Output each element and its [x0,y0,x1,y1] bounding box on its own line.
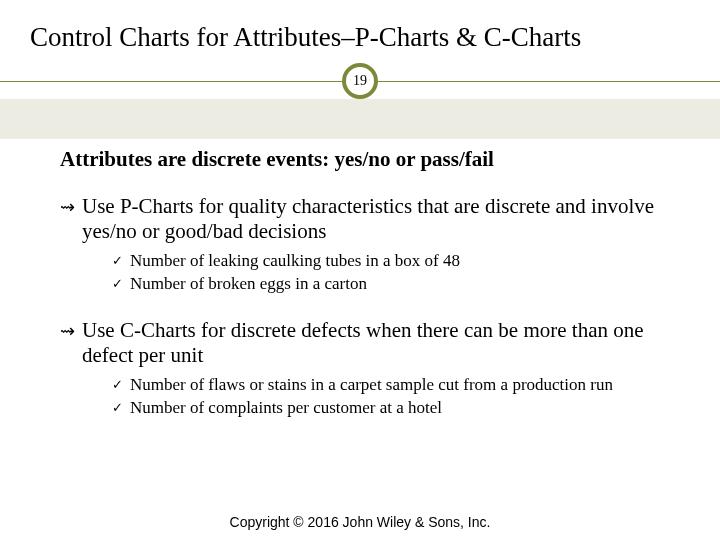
point-text: Use P-Charts for quality characteristics… [82,194,654,243]
check-bullet-icon: ✓ [112,399,123,417]
slide: Control Charts for Attributes–P-Charts &… [0,0,720,540]
sub-text: Number of broken eggs in a carton [130,274,367,293]
swirl-bullet-icon: ⇝ [60,196,75,218]
sub-text: Number of flaws or stains in a carpet sa… [130,375,613,394]
sub-text: Number of complaints per customer at a h… [130,398,442,417]
bullet-point: ⇝ Use C-Charts for discrete defects when… [60,318,668,368]
swirl-bullet-icon: ⇝ [60,320,75,342]
list-item: ✓ Number of complaints per customer at a… [112,397,668,420]
divider-row: 19 [0,63,720,99]
content-area: Attributes are discrete events: yes/no o… [0,147,720,420]
bullet-point: ⇝ Use P-Charts for quality characteristi… [60,194,668,244]
accent-band [0,99,720,139]
slide-title: Control Charts for Attributes–P-Charts &… [0,0,720,63]
list-item: ✓ Number of broken eggs in a carton [112,273,668,296]
check-bullet-icon: ✓ [112,376,123,394]
intro-text: Attributes are discrete events: yes/no o… [60,147,668,172]
list-item: ✓ Number of leaking caulking tubes in a … [112,250,668,273]
check-bullet-icon: ✓ [112,275,123,293]
copyright-footer: Copyright © 2016 John Wiley & Sons, Inc. [0,514,720,530]
check-bullet-icon: ✓ [112,252,123,270]
point-text: Use C-Charts for discrete defects when t… [82,318,644,367]
page-number-badge: 19 [342,63,378,99]
sub-text: Number of leaking caulking tubes in a bo… [130,251,460,270]
sub-list: ✓ Number of flaws or stains in a carpet … [112,374,668,420]
list-item: ✓ Number of flaws or stains in a carpet … [112,374,668,397]
sub-list: ✓ Number of leaking caulking tubes in a … [112,250,668,296]
